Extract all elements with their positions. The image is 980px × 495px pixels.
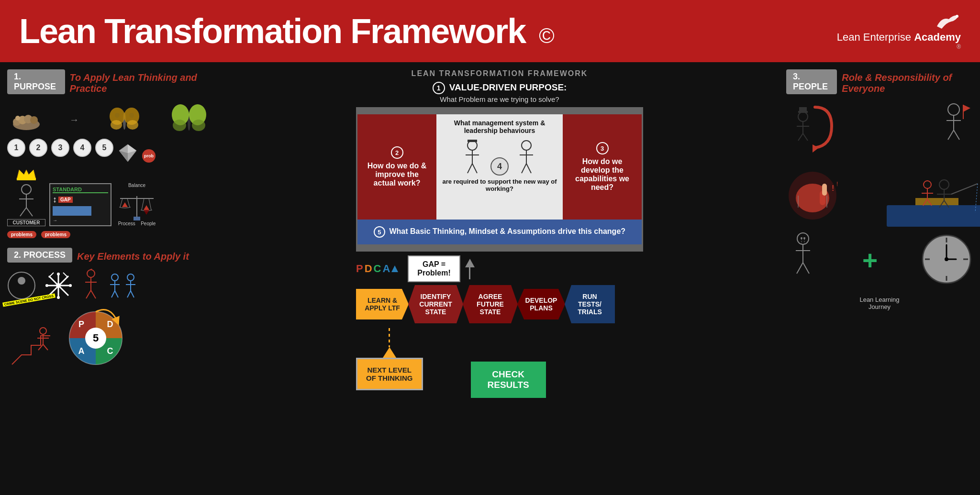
q3-circle: 3 [596,142,609,154]
purpose-badge: 1. PURPOSE [7,69,65,94]
right-bottom-row: + [786,231,973,289]
stairs-figure [7,321,55,369]
caterpillar-icon [12,108,41,132]
framework-inner: 2 How do we do & improve the actual work… [357,114,642,220]
customer-standard-row: CUSTOMER STANDARD ↕ GAP → Balance [7,167,213,226]
center-panel: LEAN TRANSFORMATION FRAMEWORK 1 VALUE-DR… [220,62,779,495]
numbers-figure-row: 1 2 3 4 5 prob [7,139,213,163]
num-4: 4 [73,139,91,157]
triangle-up-arrow [383,347,396,358]
svg-line-46 [63,273,68,277]
process-icons-row: CRIME SCENE DO NOT CROSS [7,269,213,302]
process-badge: 2. PROCESS [7,248,72,263]
svg-marker-109 [963,105,970,112]
svg-point-48 [56,283,61,288]
fw-left: 2 How do we do & improve the actual work… [357,114,436,220]
svg-line-31 [120,198,122,207]
fw-center-sub: are required to support the new way of w… [441,178,558,192]
vdp-circle: 1 [433,82,445,94]
process-section: 2. PROCESS Key Elements to Apply it CRIM… [7,248,213,369]
svg-text:!: ! [832,184,834,192]
people-label: People [141,221,156,226]
fw-right: 3 How do we develop the capabilities we … [563,114,642,220]
svg-line-34 [149,198,151,210]
svg-point-96 [798,112,808,121]
large-butterfly-icon [170,104,208,135]
flow-develop: DEVELOP PLANS [517,289,565,319]
svg-line-68 [127,291,131,297]
svg-point-40 [18,277,25,285]
gap-row: ↕ GAP [53,195,108,205]
balance-icon [115,189,158,222]
svg-text:C: C [107,346,113,356]
blue-stickman-2 [123,273,138,299]
svg-point-148 [945,257,948,261]
right-mid-illustrations: ! ! [786,169,973,222]
check-results-box: CHECK RESULTS [471,362,546,398]
clock-area [920,233,973,287]
svg-marker-94 [391,265,398,272]
bird-icon [932,12,961,31]
svg-text:5: 5 [93,332,99,344]
process-label: Process [118,221,135,226]
blue-figures [108,273,138,299]
problem-bubbles: problems problems [7,231,213,238]
purpose-section: 1. PURPOSE To Apply Lean Thinking and Pr… [7,69,213,238]
svg-point-89 [522,141,531,150]
svg-point-12 [115,113,120,118]
svg-line-100 [803,133,808,141]
header-title: Lean Transformation Framework © [19,11,554,51]
svg-line-69 [131,291,134,297]
vdp-question: What Problem are we trying to solve? [433,95,567,103]
svg-text:D: D [107,319,113,329]
svg-line-63 [111,291,115,297]
balance-area: Balance [115,183,158,226]
svg-line-64 [115,291,118,297]
next-level-box: NEXT LEVEL OF THINKING [356,358,423,390]
framework-bottom-bar [357,244,642,250]
svg-point-5 [30,116,38,124]
fw-blue-bottom: 5 What Basic Thinking, Mindset & Assumpt… [357,220,642,244]
flag-stickman-icon [81,269,100,302]
pointing-fist-icon: ! ! [786,169,844,222]
svg-line-136 [803,263,809,274]
mgmt-stickman-2 [516,140,537,176]
standard-label: STANDARD [53,187,108,193]
num-2: 2 [29,139,47,157]
upward-arrow [465,259,475,279]
svg-point-13 [129,113,134,118]
svg-marker-35 [122,202,128,207]
bottom-row: NEXT LEVEL OF THINKING CHECK RESULTS [356,328,643,398]
vdp-area: 1 VALUE-DRIVEN PURPOSE: What Problem are… [433,82,567,103]
svg-point-60 [111,274,118,281]
fishing-icon [887,169,980,227]
people-subtitle: Role & Responsibility of Everyone [842,72,973,94]
svg-point-24 [22,185,31,194]
svg-line-86 [472,164,477,173]
svg-line-57 [91,290,96,298]
svg-line-85 [468,164,472,173]
left-panel: 1. PURPOSE To Apply Lean Thinking and Pr… [0,62,220,495]
fw-center-title: What management system & leadership beha… [441,119,558,134]
lean-learning-area: Lean Learning Journey [786,296,973,310]
svg-line-106 [948,130,954,140]
problems-badge-1: problems [7,231,36,238]
right-top-illustrations [786,102,973,160]
svg-rect-119 [915,198,958,205]
crown-icon [14,167,38,182]
svg-line-99 [798,133,803,141]
p-letter: P [356,263,363,275]
svg-line-45 [49,273,54,277]
up-arrow-head [465,259,475,267]
svg-line-28 [26,208,33,216]
svg-point-132 [797,233,809,244]
svg-line-27 [20,208,26,216]
people-badge: 3. PEOPLE [786,69,837,94]
svg-point-0 [956,15,958,18]
framework-box: 2 How do we do & improve the actual work… [356,107,643,252]
svg-point-127 [924,181,931,188]
lea-logo: Lean Enterprise Academy ® [837,12,961,50]
d-letter: D [365,263,372,275]
svg-rect-113 [822,184,827,196]
crime-circle-icon [7,271,36,300]
